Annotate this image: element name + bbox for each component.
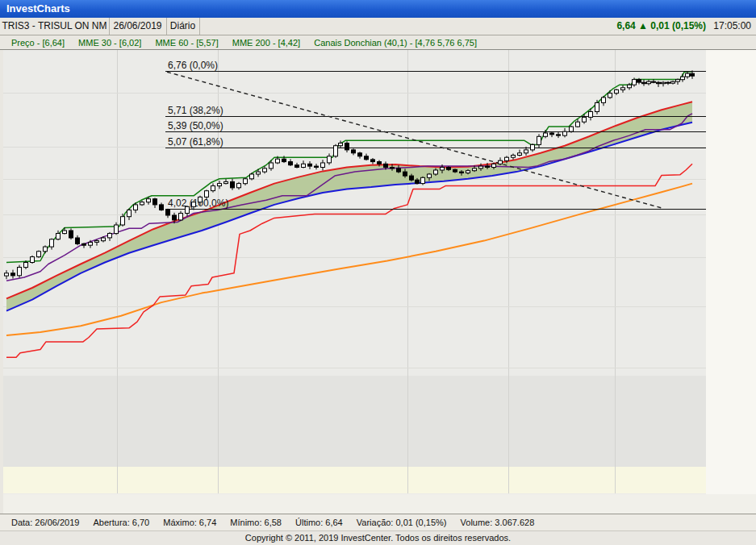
investcharts-window: { "window": { "title": "InvestCharts" },… bbox=[0, 0, 756, 545]
fib-label: 5,07 (61,8%) bbox=[168, 136, 223, 148]
copyright-text: Copyright © 2011, 2019 InvestCenter. Tod… bbox=[245, 533, 511, 543]
date-selector[interactable]: 26/06/2019 bbox=[109, 18, 167, 35]
toolbar: TRIS3 - TRISUL ON NM 26/06/2019 Diário 6… bbox=[0, 18, 756, 35]
legend-mme200: MME 200 - [4,42] bbox=[232, 38, 300, 48]
indicator-legend-bar: Preço - [6,64] MME 30 - [6,02] MME 60 - … bbox=[0, 35, 756, 50]
legend-price: Preço - [6,64] bbox=[11, 38, 65, 48]
fib-label: 5,71 (38,2%) bbox=[168, 105, 223, 116]
status-maximo: Máximo: 6,74 bbox=[163, 518, 216, 527]
symbol-selector[interactable]: TRIS3 - TRISUL ON NM bbox=[0, 18, 110, 35]
last-quote: 6,64 ▲ 0,01 (0,15%) bbox=[616, 18, 706, 35]
status-minimo: Mínimo: 6,58 bbox=[230, 518, 282, 527]
fib-label: 6,76 (0,0%) bbox=[168, 60, 218, 71]
status-bar: Data: 26/06/2019 Abertura: 6,70 Máximo: … bbox=[0, 514, 756, 530]
status-abertura: Abertura: 6,70 bbox=[93, 518, 149, 527]
copyright-bar: Copyright © 2011, 2019 InvestCenter. Tod… bbox=[0, 530, 756, 545]
period-selector[interactable]: Diário bbox=[166, 18, 200, 35]
quote-time: 17:05:00 bbox=[713, 18, 751, 35]
legend-donchian: Canais Donchian (40,1) - [4,76 5,76 6,75… bbox=[314, 38, 477, 48]
status-variacao: Variação: 0,01 (0,15%) bbox=[357, 518, 447, 527]
status-volume: Volume: 3.067.628 bbox=[461, 518, 535, 527]
legend-mme60: MME 60 - [5,57] bbox=[155, 38, 218, 48]
period-label: Diário bbox=[170, 20, 195, 31]
app-title: InvestCharts bbox=[6, 2, 70, 15]
fib-label: 5,39 (50,0%) bbox=[168, 120, 223, 131]
status-ultimo: Último: 6,64 bbox=[295, 518, 343, 527]
legend-mme30: MME 30 - [6,02] bbox=[78, 38, 141, 48]
window-title-bar[interactable]: InvestCharts bbox=[0, 0, 756, 18]
date-label: 26/06/2019 bbox=[113, 20, 161, 31]
symbol-label: TRIS3 - TRISUL ON NM bbox=[2, 20, 107, 31]
status-data: Data: 26/06/2019 bbox=[11, 518, 79, 527]
price-chart[interactable]: 6,76 (0,0%)5,71 (38,2%)5,39 (50,0%)5,07 … bbox=[0, 50, 756, 514]
